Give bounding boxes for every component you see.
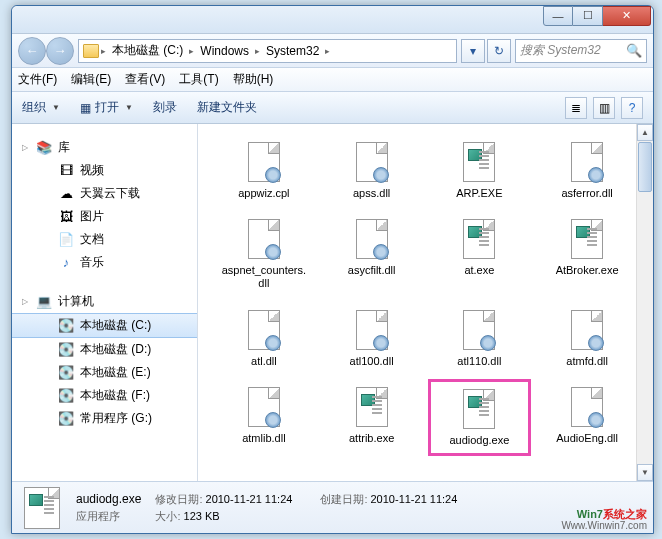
new-folder-button[interactable]: 新建文件夹 [197, 99, 257, 116]
dll-file-icon [566, 386, 608, 428]
titlebar[interactable]: — ☐ ✕ [12, 6, 653, 34]
file-item[interactable]: apss.dll [320, 134, 424, 207]
file-item[interactable]: atmfd.dll [535, 302, 639, 375]
modified-label: 修改日期: [155, 493, 202, 505]
breadcrumb[interactable]: 本地磁盘 (C:) [108, 42, 187, 59]
sidebar-libraries[interactable]: 📚库 [12, 136, 197, 159]
address-bar[interactable]: ▸ 本地磁盘 (C:) ▸ Windows ▸ System32 ▸ [78, 39, 457, 63]
sidebar-item-drive-c[interactable]: 💽本地磁盘 (C:) [12, 313, 197, 338]
dll-file-icon [566, 309, 608, 351]
file-item[interactable]: atl100.dll [320, 302, 424, 375]
picture-icon: 🖼 [58, 209, 74, 225]
menu-edit[interactable]: 编辑(E) [71, 71, 111, 88]
sidebar-item-drive-g[interactable]: 💽常用程序 (G:) [12, 407, 197, 430]
help-button[interactable]: ? [621, 97, 643, 119]
file-item[interactable]: AudioEng.dll [535, 379, 639, 456]
file-item[interactable]: atl.dll [212, 302, 316, 375]
file-item[interactable]: asycfilt.dll [320, 211, 424, 297]
menu-tools[interactable]: 工具(T) [179, 71, 218, 88]
dll-file-icon [243, 309, 285, 351]
computer-icon: 💻 [36, 294, 52, 310]
preview-pane-button[interactable]: ▥ [593, 97, 615, 119]
sidebar-item-drive-e[interactable]: 💽本地磁盘 (E:) [12, 361, 197, 384]
folder-icon [83, 44, 99, 58]
file-item[interactable]: ARP.EXE [428, 134, 532, 207]
file-name-label: aspnet_counters.dll [219, 264, 309, 290]
document-icon: 📄 [58, 232, 74, 248]
maximize-button[interactable]: ☐ [573, 6, 603, 26]
search-input[interactable]: 搜索 System32 🔍 [515, 39, 647, 63]
file-name-label: AtBroker.exe [556, 264, 619, 277]
file-item[interactable]: atl110.dll [428, 302, 532, 375]
exe-file-icon [566, 218, 608, 260]
burn-button[interactable]: 刻录 [153, 99, 177, 116]
sidebar-item-documents[interactable]: 📄文档 [12, 228, 197, 251]
file-item[interactable]: asferror.dll [535, 134, 639, 207]
drive-icon: 💽 [58, 365, 74, 381]
toolbar: 组织▼ ▦打开▼ 刻录 新建文件夹 ≣ ▥ ? [12, 92, 653, 124]
chevron-right-icon[interactable]: ▸ [101, 46, 106, 56]
menu-file[interactable]: 文件(F) [18, 71, 57, 88]
breadcrumb[interactable]: Windows [196, 44, 253, 58]
vertical-scrollbar[interactable]: ▲ ▼ [636, 124, 653, 481]
search-placeholder: 搜索 System32 [520, 42, 626, 59]
watermark: Win7系统之家 Www.Winwin7.com [561, 508, 647, 531]
chevron-right-icon[interactable]: ▸ [325, 46, 330, 56]
dll-file-icon [351, 309, 393, 351]
file-item[interactable]: atmlib.dll [212, 379, 316, 456]
file-item[interactable]: aspnet_counters.dll [212, 211, 316, 297]
file-item[interactable]: AtBroker.exe [535, 211, 639, 297]
size-value: 123 KB [184, 510, 220, 522]
file-item[interactable]: appwiz.cpl [212, 134, 316, 207]
file-name-label: AudioEng.dll [556, 432, 618, 445]
dll-file-icon [458, 309, 500, 351]
drive-icon: 💽 [58, 411, 74, 427]
library-icon: 📚 [36, 140, 52, 156]
view-mode-button[interactable]: ≣ [565, 97, 587, 119]
scroll-thumb[interactable] [638, 142, 652, 192]
organize-button[interactable]: 组织▼ [22, 99, 60, 116]
window-controls: — ☐ ✕ [543, 6, 651, 26]
sidebar-item-pictures[interactable]: 🖼图片 [12, 205, 197, 228]
sidebar-item-drive-f[interactable]: 💽本地磁盘 (F:) [12, 384, 197, 407]
navigation-pane: 📚库 🎞视频 ☁天翼云下载 🖼图片 📄文档 ♪音乐 💻计算机 💽本地磁盘 (C:… [12, 124, 198, 481]
file-list-pane[interactable]: appwiz.cplapss.dllARP.EXEasferror.dllasp… [198, 124, 653, 481]
history-dropdown-button[interactable]: ▾ [461, 39, 485, 63]
sidebar-item-drive-d[interactable]: 💽本地磁盘 (D:) [12, 338, 197, 361]
sidebar-computer[interactable]: 💻计算机 [12, 290, 197, 313]
dll-file-icon [243, 141, 285, 183]
file-item[interactable]: at.exe [428, 211, 532, 297]
forward-button[interactable]: → [46, 37, 74, 65]
back-button[interactable]: ← [18, 37, 46, 65]
menu-help[interactable]: 帮助(H) [233, 71, 274, 88]
refresh-button[interactable]: ↻ [487, 39, 511, 63]
search-icon[interactable]: 🔍 [626, 43, 642, 58]
file-name-label: atmfd.dll [566, 355, 608, 368]
selected-file-type: 应用程序 [76, 509, 141, 524]
file-name-label: attrib.exe [349, 432, 394, 445]
file-name-label: at.exe [464, 264, 494, 277]
breadcrumb[interactable]: System32 [262, 44, 323, 58]
file-item[interactable]: audiodg.exe [428, 379, 532, 456]
minimize-button[interactable]: — [543, 6, 573, 26]
open-button[interactable]: ▦打开▼ [80, 99, 133, 116]
scroll-down-button[interactable]: ▼ [637, 464, 653, 481]
file-name-label: atmlib.dll [242, 432, 285, 445]
sidebar-item-cloud[interactable]: ☁天翼云下载 [12, 182, 197, 205]
chevron-right-icon[interactable]: ▸ [255, 46, 260, 56]
chevron-right-icon[interactable]: ▸ [189, 46, 194, 56]
file-name-label: ARP.EXE [456, 187, 502, 200]
sidebar-item-music[interactable]: ♪音乐 [12, 251, 197, 274]
drive-icon: 💽 [58, 342, 74, 358]
close-button[interactable]: ✕ [603, 6, 651, 26]
file-name-label: apss.dll [353, 187, 390, 200]
selected-file-name: audiodg.exe [76, 492, 141, 507]
sidebar-item-videos[interactable]: 🎞视频 [12, 159, 197, 182]
explorer-window: — ☐ ✕ ← → ▸ 本地磁盘 (C:) ▸ Windows ▸ System… [11, 5, 654, 534]
menu-view[interactable]: 查看(V) [125, 71, 165, 88]
file-name-label: asycfilt.dll [348, 264, 396, 277]
scroll-up-button[interactable]: ▲ [637, 124, 653, 141]
file-name-label: atl110.dll [457, 355, 501, 368]
file-item[interactable]: attrib.exe [320, 379, 424, 456]
modified-value: 2010-11-21 11:24 [206, 493, 293, 505]
